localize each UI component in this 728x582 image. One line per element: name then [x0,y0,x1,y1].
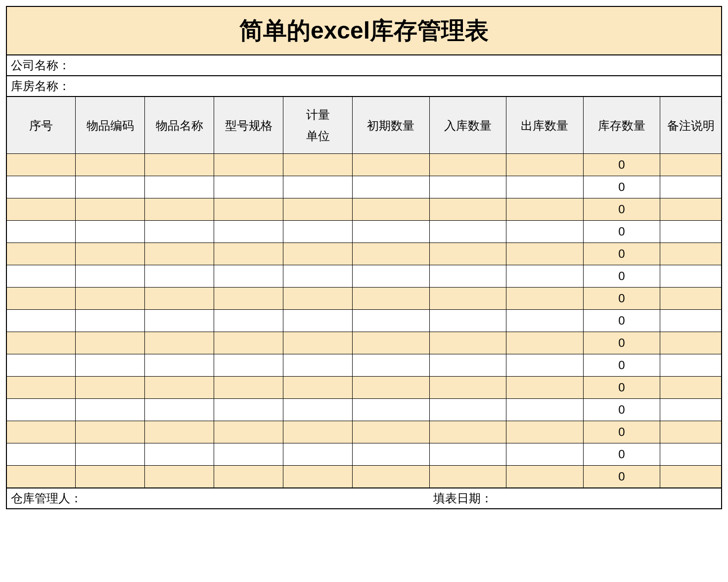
cell-out-qty[interactable] [506,288,583,310]
cell-out-qty[interactable] [506,354,583,377]
cell-unit[interactable] [283,310,353,332]
cell-in-qty[interactable] [429,243,506,265]
cell-serial[interactable] [6,443,76,466]
cell-model-spec[interactable] [214,176,283,198]
cell-unit[interactable] [283,443,353,466]
cell-unit[interactable] [283,399,353,421]
cell-serial[interactable] [6,399,76,421]
cell-remarks[interactable] [660,176,722,198]
cell-in-qty[interactable] [429,154,506,176]
cell-item-code[interactable] [76,466,145,488]
warehouse-label[interactable]: 库房名称： [6,76,722,97]
cell-item-name[interactable] [145,288,214,310]
cell-remarks[interactable] [660,399,722,421]
cell-out-qty[interactable] [506,310,583,332]
cell-remarks[interactable] [660,310,722,332]
cell-out-qty[interactable] [506,332,583,354]
cell-item-code[interactable] [76,176,145,198]
cell-item-name[interactable] [145,265,214,288]
cell-in-qty[interactable] [429,443,506,466]
cell-out-qty[interactable] [506,176,583,198]
cell-serial[interactable] [6,221,76,243]
cell-item-code[interactable] [76,265,145,288]
cell-in-qty[interactable] [429,421,506,443]
cell-stock-qty[interactable]: 0 [583,443,660,466]
cell-remarks[interactable] [660,466,722,488]
cell-model-spec[interactable] [214,377,283,399]
cell-remarks[interactable] [660,354,722,377]
cell-out-qty[interactable] [506,243,583,265]
cell-initial-qty[interactable] [353,154,429,176]
cell-item-name[interactable] [145,198,214,221]
cell-unit[interactable] [283,332,353,354]
cell-initial-qty[interactable] [353,443,429,466]
cell-model-spec[interactable] [214,399,283,421]
cell-unit[interactable] [283,288,353,310]
cell-initial-qty[interactable] [353,354,429,377]
cell-serial[interactable] [6,265,76,288]
cell-item-name[interactable] [145,221,214,243]
cell-item-name[interactable] [145,154,214,176]
cell-out-qty[interactable] [506,221,583,243]
cell-item-code[interactable] [76,421,145,443]
cell-stock-qty[interactable]: 0 [583,265,660,288]
cell-stock-qty[interactable]: 0 [583,377,660,399]
cell-remarks[interactable] [660,243,722,265]
cell-unit[interactable] [283,176,353,198]
cell-serial[interactable] [6,288,76,310]
cell-item-code[interactable] [76,354,145,377]
cell-initial-qty[interactable] [353,221,429,243]
cell-out-qty[interactable] [506,466,583,488]
cell-unit[interactable] [283,198,353,221]
cell-stock-qty[interactable]: 0 [583,154,660,176]
cell-item-name[interactable] [145,176,214,198]
cell-model-spec[interactable] [214,265,283,288]
cell-stock-qty[interactable]: 0 [583,332,660,354]
cell-remarks[interactable] [660,154,722,176]
cell-item-code[interactable] [76,288,145,310]
cell-in-qty[interactable] [429,198,506,221]
cell-unit[interactable] [283,354,353,377]
cell-serial[interactable] [6,198,76,221]
cell-remarks[interactable] [660,288,722,310]
cell-in-qty[interactable] [429,466,506,488]
cell-model-spec[interactable] [214,198,283,221]
cell-out-qty[interactable] [506,377,583,399]
cell-in-qty[interactable] [429,377,506,399]
cell-remarks[interactable] [660,377,722,399]
cell-stock-qty[interactable]: 0 [583,288,660,310]
cell-initial-qty[interactable] [353,176,429,198]
cell-out-qty[interactable] [506,265,583,288]
cell-serial[interactable] [6,243,76,265]
cell-unit[interactable] [283,466,353,488]
cell-item-name[interactable] [145,354,214,377]
cell-item-code[interactable] [76,399,145,421]
cell-in-qty[interactable] [429,310,506,332]
cell-stock-qty[interactable]: 0 [583,243,660,265]
cell-stock-qty[interactable]: 0 [583,176,660,198]
cell-item-name[interactable] [145,399,214,421]
cell-in-qty[interactable] [429,176,506,198]
cell-initial-qty[interactable] [353,198,429,221]
cell-serial[interactable] [6,421,76,443]
cell-serial[interactable] [6,377,76,399]
cell-model-spec[interactable] [214,354,283,377]
cell-item-code[interactable] [76,198,145,221]
cell-remarks[interactable] [660,443,722,466]
cell-stock-qty[interactable]: 0 [583,354,660,377]
cell-initial-qty[interactable] [353,243,429,265]
cell-model-spec[interactable] [214,288,283,310]
cell-remarks[interactable] [660,265,722,288]
cell-unit[interactable] [283,421,353,443]
cell-item-name[interactable] [145,332,214,354]
cell-out-qty[interactable] [506,421,583,443]
cell-item-code[interactable] [76,443,145,466]
date-label[interactable]: 填表日期： [429,488,722,509]
cell-initial-qty[interactable] [353,466,429,488]
cell-unit[interactable] [283,265,353,288]
cell-serial[interactable] [6,332,76,354]
cell-item-name[interactable] [145,377,214,399]
cell-remarks[interactable] [660,198,722,221]
cell-serial[interactable] [6,154,76,176]
cell-item-code[interactable] [76,377,145,399]
